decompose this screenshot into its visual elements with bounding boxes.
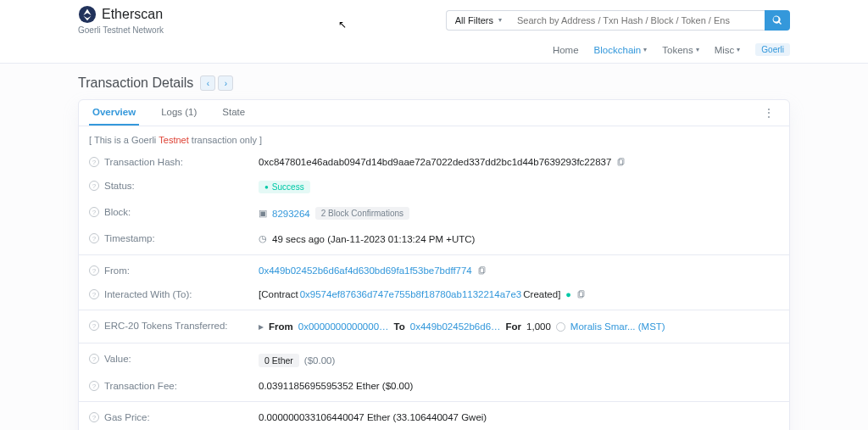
check-circle-icon: ● [565, 289, 571, 299]
label-to: Interacted With (To): [104, 289, 192, 299]
block-number-link[interactable]: 8293264 [272, 209, 310, 219]
nav-blockchain[interactable]: Blockchain▾ [594, 45, 648, 55]
row-timestamp: ?Timestamp: ◷ 49 secs ago (Jan-11-2023 0… [79, 226, 789, 251]
chevron-down-icon: ▾ [643, 46, 647, 53]
timestamp-value: 49 secs ago (Jan-11-2023 01:13:24 PM +UT… [272, 234, 475, 244]
copy-icon[interactable] [576, 290, 586, 299]
testnet-notice: [ This is a Goerli Testnet transaction o… [79, 126, 789, 150]
next-txn-button[interactable]: › [218, 75, 233, 91]
txhash-value: 0xc847801e46adab0947d14bd9aae72a7022ded3… [259, 157, 611, 167]
nav-home[interactable]: Home [553, 45, 579, 55]
status-badge: Success [259, 181, 310, 193]
search-filter-label: All Filters [455, 15, 493, 25]
network-label: Goerli Testnet Network [78, 25, 164, 35]
label-txhash: Transaction Hash: [104, 157, 183, 167]
row-fee: ?Transaction Fee: 0.0391185695595352 Eth… [79, 374, 789, 398]
row-from: ?From: 0x449b02452b6d6af4d630bd69fa1f53b… [79, 259, 789, 282]
label-block: Block: [104, 207, 131, 217]
brand-block: Etherscan Goerli Testnet Network [78, 5, 164, 35]
help-icon[interactable]: ? [89, 157, 99, 167]
bullet-icon: ▸ [259, 321, 264, 332]
value-ether: 0 Ether [259, 354, 299, 367]
tabs: Overview Logs (1) State ⋮ [79, 100, 789, 126]
copy-icon[interactable] [477, 266, 487, 276]
label-timestamp: Timestamp: [104, 233, 155, 243]
help-icon[interactable]: ? [89, 412, 99, 422]
label-from: From: [104, 265, 130, 276]
row-gasprice: ?Gas Price: 0.000000033106440047 Ether (… [79, 405, 789, 429]
page-header: Transaction Details ‹ › [78, 64, 790, 99]
clock-icon: ◷ [259, 233, 267, 244]
help-icon[interactable]: ? [89, 381, 99, 391]
page-title: Transaction Details [78, 75, 193, 91]
brand-logo[interactable]: Etherscan [78, 5, 164, 24]
help-icon[interactable]: ? [89, 321, 99, 331]
label-status: Status: [104, 181, 135, 191]
txn-card: Overview Logs (1) State ⋮ [ This is a Go… [78, 99, 790, 430]
topbar: Etherscan Goerli Testnet Network All Fil… [0, 0, 868, 64]
label-erc20: ERC-20 Tokens Transferred: [104, 321, 228, 331]
tab-logs[interactable]: Logs (1) [158, 100, 200, 126]
row-txhash: ?Transaction Hash: 0xc847801e46adab0947d… [79, 150, 789, 174]
copy-icon[interactable] [616, 158, 626, 167]
search-input[interactable] [510, 10, 765, 31]
help-icon[interactable]: ? [89, 354, 99, 364]
search-button[interactable] [765, 10, 790, 31]
help-icon[interactable]: ? [89, 289, 99, 299]
erc20-token-link[interactable]: Moralis Smar... (MST) [570, 321, 665, 332]
main-nav: Home Blockchain▾ Tokens▾ Misc▾ Goerli [78, 40, 790, 63]
tab-overview[interactable]: Overview [89, 100, 139, 126]
fee-value: 0.0391185695595352 Ether ($0.00) [259, 381, 413, 391]
tab-state[interactable]: State [219, 100, 248, 126]
from-address-link[interactable]: 0x449b02452b6d6af4d630bd69fa1f53be7bdff7… [259, 265, 472, 276]
gasprice-value: 0.000000033106440047 Ether (33.106440047… [259, 412, 487, 422]
search-filter-dropdown[interactable]: All Filters ▾ [446, 10, 510, 31]
value-usd: ($0.00) [304, 355, 335, 366]
network-pill[interactable]: Goerli [755, 43, 790, 56]
token-icon [556, 322, 565, 332]
chevron-down-icon: ▾ [696, 46, 699, 53]
help-icon[interactable]: ? [89, 233, 99, 243]
nav-tokens[interactable]: Tokens▾ [662, 45, 698, 55]
brand-name: Etherscan [102, 7, 163, 22]
label-value: Value: [104, 354, 131, 364]
help-icon[interactable]: ? [89, 181, 99, 191]
help-icon[interactable]: ? [89, 207, 99, 217]
row-value: ?Value: 0 Ether ($0.00) [79, 347, 789, 374]
row-erc20: ?ERC-20 Tokens Transferred: ▸ From 0x000… [79, 314, 789, 339]
chevron-down-icon: ▾ [498, 16, 502, 24]
erc20-amount: 1,000 [526, 321, 551, 332]
search-group: All Filters ▾ [446, 10, 790, 31]
nav-misc[interactable]: Misc▾ [715, 45, 741, 55]
to-address-link[interactable]: 0x9574ef87636d747e755b8f18780ab1132214a7… [300, 289, 522, 299]
help-icon[interactable]: ? [89, 265, 99, 276]
search-icon [772, 15, 782, 25]
label-fee: Transaction Fee: [104, 381, 177, 391]
chevron-down-icon: ▾ [737, 46, 740, 53]
label-gasprice: Gas Price: [104, 412, 150, 422]
more-options-button[interactable]: ⋮ [759, 103, 779, 122]
row-to: ?Interacted With (To): [Contract 0x9574e… [79, 282, 789, 306]
row-status: ?Status: Success [79, 174, 789, 200]
erc20-from-link[interactable]: 0x0000000000000… [298, 321, 389, 332]
block-confirmations: 2 Block Confirmations [315, 207, 409, 220]
erc20-to-link[interactable]: 0x449b02452b6d6… [410, 321, 501, 332]
etherscan-logo-icon [78, 5, 97, 24]
row-block: ?Block: ▣ 8293264 2 Block Confirmations [79, 200, 789, 226]
block-icon: ▣ [259, 208, 267, 219]
prev-txn-button[interactable]: ‹ [200, 75, 215, 91]
